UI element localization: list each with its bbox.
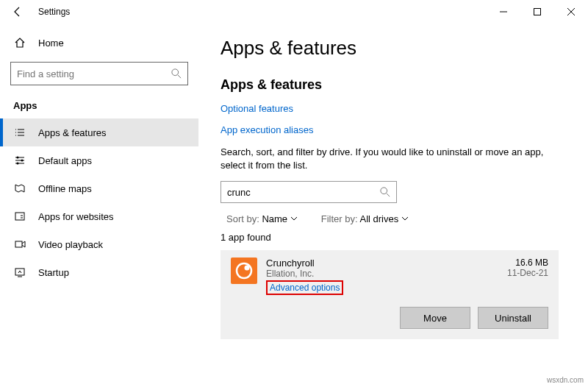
arrow-left-icon [12,6,24,18]
sidebar-item-label: Apps for websites [38,211,114,222]
svg-point-15 [17,157,19,159]
app-icon [231,258,257,284]
sidebar-item-apps-features[interactable]: Apps & features [0,118,198,146]
settings-search[interactable] [10,62,188,85]
app-search[interactable] [220,181,397,203]
section-title: Apps & features [220,77,559,93]
watermark: wsxdn.com [547,376,584,384]
svg-point-17 [17,163,19,165]
svg-point-25 [245,266,250,271]
video-icon [13,238,26,251]
sort-value: Name [262,213,287,224]
svg-rect-19 [15,241,22,247]
sidebar: Home Apps Apps & features Default apps O… [0,24,198,387]
close-button[interactable] [554,0,588,23]
app-list-item[interactable]: Crunchyroll Ellation, Inc. Advanced opti… [220,250,559,339]
svg-point-4 [172,69,179,76]
filter-by-dropdown[interactable]: Filter by: All drives [321,213,409,224]
crunchyroll-icon [234,261,254,280]
page-title: Apps & features [220,37,559,60]
maximize-icon [534,8,541,15]
sidebar-item-label: Startup [38,267,69,278]
svg-point-22 [381,188,387,194]
sidebar-section-label: Apps [0,94,198,118]
startup-icon [13,266,26,279]
results-count: 1 app found [220,232,559,243]
app-date: 11-Dec-21 [507,268,548,278]
back-button[interactable] [0,0,35,23]
defaults-icon [13,154,26,167]
help-text: Search, sort, and filter by drive. If yo… [220,146,551,172]
titlebar: Settings [0,0,588,24]
window-controls [487,0,588,23]
sidebar-item-startup[interactable]: Startup [0,258,198,286]
list-icon [13,126,26,139]
chevron-down-icon [401,215,409,222]
chevron-down-icon [290,215,298,222]
close-icon [567,8,575,15]
sidebar-item-video-playback[interactable]: Video playback [0,230,198,258]
sidebar-item-label: Default apps [38,155,92,166]
sidebar-home-label: Home [38,38,64,49]
sidebar-item-apps-websites[interactable]: Apps for websites [0,202,198,230]
app-name: Crunchyroll [266,258,498,269]
svg-rect-18 [15,213,24,220]
optional-features-link[interactable]: Optional features [220,103,559,114]
home-icon [13,36,26,49]
minimize-icon [500,8,507,15]
sidebar-home[interactable]: Home [0,29,198,56]
maximize-button[interactable] [520,0,554,23]
map-icon [13,182,26,195]
sidebar-item-label: Video playback [38,239,103,250]
window-title: Settings [35,7,487,17]
websites-icon [13,210,26,223]
app-execution-aliases-link[interactable]: App execution aliases [220,124,559,135]
svg-rect-20 [15,269,24,275]
filter-value: All drives [359,213,398,224]
svg-point-16 [21,160,24,162]
search-icon [380,187,390,197]
move-button[interactable]: Move [400,307,470,329]
content-area: Apps & features Apps & features Optional… [198,24,588,387]
svg-line-23 [387,194,390,196]
svg-rect-1 [534,8,541,15]
minimize-button[interactable] [487,0,520,23]
sidebar-item-offline-maps[interactable]: Offline maps [0,174,198,202]
sort-by-dropdown[interactable]: Sort by: Name [226,213,298,224]
app-publisher: Ellation, Inc. [266,269,498,279]
svg-point-24 [237,263,251,278]
uninstall-button[interactable]: Uninstall [478,307,548,329]
app-size: 16.6 MB [507,258,548,268]
sort-label: Sort by: [226,213,259,224]
settings-search-input[interactable] [17,68,171,79]
app-search-input[interactable] [227,187,380,198]
advanced-options-link[interactable]: Advanced options [266,280,343,295]
sidebar-item-default-apps[interactable]: Default apps [0,146,198,174]
svg-line-5 [178,75,181,78]
sidebar-item-label: Apps & features [38,127,107,138]
search-icon [171,68,182,79]
filter-label: Filter by: [321,213,358,224]
sidebar-item-label: Offline maps [38,183,92,194]
